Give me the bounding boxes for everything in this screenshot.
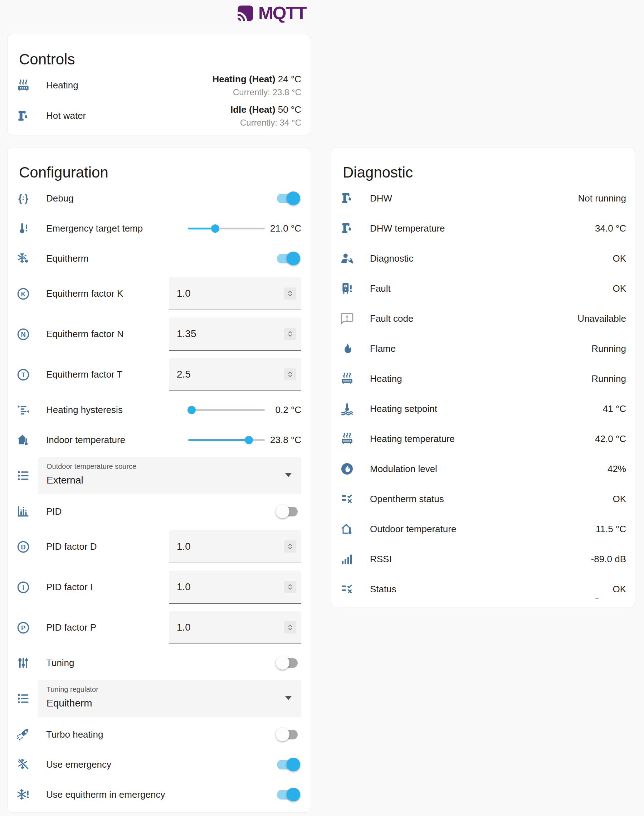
sensor-value: OK xyxy=(612,584,626,595)
climate-label: Hot water xyxy=(46,110,230,121)
climate-label: Heating xyxy=(46,80,212,91)
config-row-tuning-regulator: Tuning regulator Equitherm xyxy=(16,678,301,719)
number-stepper[interactable] xyxy=(284,581,296,593)
config-row-turbo-heating: Turbo heating xyxy=(16,719,301,749)
use-emergency-toggle[interactable] xyxy=(277,757,299,772)
number-value[interactable]: 2.5 xyxy=(177,369,284,380)
number-value[interactable]: 1.0 xyxy=(177,622,284,633)
slider-knob[interactable] xyxy=(245,436,253,444)
number-value[interactable]: 1.0 xyxy=(177,541,284,552)
sensor-row-diagnostic[interactable]: Diagnostic OK xyxy=(340,243,626,273)
letter-t-circle-icon: T xyxy=(16,368,31,382)
indoor-temperature-slider[interactable] xyxy=(188,434,265,446)
rocket-icon xyxy=(16,727,31,742)
row-label: Heating hysteresis xyxy=(46,405,188,416)
sensor-row-heating-setpoint[interactable]: Heating setpoint 41 °C xyxy=(340,394,626,424)
sensor-label: RSSI xyxy=(370,554,591,565)
pid-factor-i-input[interactable]: 1.0 xyxy=(169,571,301,604)
climate-state-block: Heating (Heat)24 °C Currently: 23.8 °C xyxy=(212,74,301,97)
svg-text:I: I xyxy=(22,583,24,591)
chart-histogram-icon xyxy=(16,504,31,518)
boiler-alert-icon xyxy=(340,281,354,296)
sensor-value: OK xyxy=(612,283,626,294)
sensor-row-status[interactable]: Status OK xyxy=(340,574,626,604)
config-row-equitherm-factor-t: T Equitherm factor T 2.5 xyxy=(16,354,301,395)
sensor-value: OK xyxy=(612,494,626,505)
thermometer-alert-icon xyxy=(16,221,31,236)
row-label: Equitherm factor K xyxy=(46,288,169,299)
row-label: Equitherm factor T xyxy=(46,369,169,380)
equitherm-factor-t-input[interactable]: 2.5 xyxy=(169,358,301,391)
turbo-heating-toggle[interactable] xyxy=(277,727,299,742)
outdoor-temperature-source-select[interactable]: Outdoor temperature source External xyxy=(38,457,301,494)
slider-knob[interactable] xyxy=(211,224,219,233)
sensor-row-heating[interactable]: Heating Running xyxy=(340,364,626,394)
sensor-row-fault[interactable]: Fault OK xyxy=(340,273,626,304)
pid-factor-p-input[interactable]: 1.0 xyxy=(169,611,301,644)
number-value[interactable]: 1.0 xyxy=(177,581,284,593)
number-stepper[interactable] xyxy=(284,328,296,340)
list-status-icon xyxy=(340,492,354,506)
sensor-label: Opentherm status xyxy=(370,494,612,505)
sensor-row-heating-temperature[interactable]: Heating temperature 42.0 °C xyxy=(340,424,626,454)
sensor-value: 42.0 °C xyxy=(595,433,626,445)
sensor-row-modulation-level[interactable]: Modulation level 42% xyxy=(340,454,626,484)
sensor-value: 34.0 °C xyxy=(595,223,626,234)
emergency-target-temp-slider[interactable] xyxy=(188,222,265,234)
debug-toggle[interactable] xyxy=(277,191,299,206)
tuning-toggle[interactable] xyxy=(277,656,299,670)
svg-text:N: N xyxy=(21,330,25,338)
code-braces-icon xyxy=(16,191,31,206)
select-value: External xyxy=(46,475,278,486)
sensor-value: Unavailable xyxy=(578,313,626,324)
diagnostic-card: Diagnostic DHW Not running DHW temperatu… xyxy=(331,147,635,607)
sensor-row-opentherm-status[interactable]: Opentherm status OK xyxy=(340,484,626,514)
climate-state: Heating (Heat)24 °C xyxy=(212,74,301,84)
heating-hysteresis-slider[interactable] xyxy=(188,404,265,416)
mqtt-logo: MQTT xyxy=(236,3,306,24)
config-row-pid-factor-i: I PID factor I 1.0 xyxy=(16,567,301,607)
sensor-value: Running xyxy=(592,373,626,384)
fire-circle-icon xyxy=(340,462,354,476)
svg-text:T: T xyxy=(21,371,25,378)
tuning-regulator-select[interactable]: Tuning regulator Equitherm xyxy=(38,680,301,717)
row-label: Use emergency xyxy=(46,759,277,770)
radiator-icon xyxy=(340,371,354,386)
equitherm-factor-n-input[interactable]: 1.35 xyxy=(169,318,301,351)
sensor-row-flame[interactable]: Flame Running xyxy=(340,334,626,364)
climate-row-hot-water[interactable]: Hot water Idle (Heat)50 °C Currently: 34… xyxy=(16,101,301,131)
sensor-row-outdoor-temperature[interactable]: Outdoor temperature 11.5 °C xyxy=(340,514,626,544)
number-value[interactable]: 1.35 xyxy=(177,328,284,340)
number-stepper[interactable] xyxy=(284,368,296,380)
equitherm-toggle[interactable] xyxy=(277,251,299,265)
number-stepper[interactable] xyxy=(284,621,296,633)
row-label: Emergency target temp xyxy=(46,223,188,234)
sensor-label: Heating setpoint xyxy=(370,403,603,414)
equitherm-factor-k-input[interactable]: 1.0 xyxy=(169,277,301,310)
climate-row-heating[interactable]: Heating Heating (Heat)24 °C Currently: 2… xyxy=(16,70,301,101)
account-wrench-icon xyxy=(340,251,354,265)
config-row-indoor-temperature: Indoor temperature 23.8 °C xyxy=(16,425,301,455)
sensor-value: 42% xyxy=(607,463,626,475)
sensor-row-dhw[interactable]: DHW Not running xyxy=(340,183,626,213)
snowflake-off-icon xyxy=(16,757,31,772)
number-stepper[interactable] xyxy=(284,287,296,299)
number-stepper[interactable] xyxy=(284,540,296,552)
use-equitherm-in-emergency-toggle[interactable] xyxy=(277,787,299,802)
sensor-row-dhw-temperature[interactable]: DHW temperature 34.0 °C xyxy=(340,213,626,243)
config-row-equitherm-factor-n: N Equitherm factor N 1.35 xyxy=(16,314,301,354)
letter-i-circle-icon: I xyxy=(16,580,31,594)
pid-factor-d-input[interactable]: 1.0 xyxy=(169,530,301,563)
sensor-label: Status xyxy=(370,584,612,595)
number-value[interactable]: 1.0 xyxy=(177,288,284,299)
slider-knob[interactable] xyxy=(187,406,196,414)
config-row-equitherm: Equitherm xyxy=(16,243,301,273)
slider-value: 23.8 °C xyxy=(270,434,301,446)
config-row-emergency-target-temp: Emergency target temp 21.0 °C xyxy=(16,213,301,243)
pid-toggle[interactable] xyxy=(277,504,299,518)
config-row-pid-factor-p: P PID factor P 1.0 xyxy=(16,607,301,648)
sensor-row-fault-code[interactable]: Fault code Unavailable xyxy=(340,304,626,334)
signal-icon xyxy=(340,552,354,566)
climate-current-temp: Currently: 34 °C xyxy=(230,118,301,128)
sensor-row-rssi[interactable]: RSSI -89.0 dB xyxy=(340,544,626,574)
